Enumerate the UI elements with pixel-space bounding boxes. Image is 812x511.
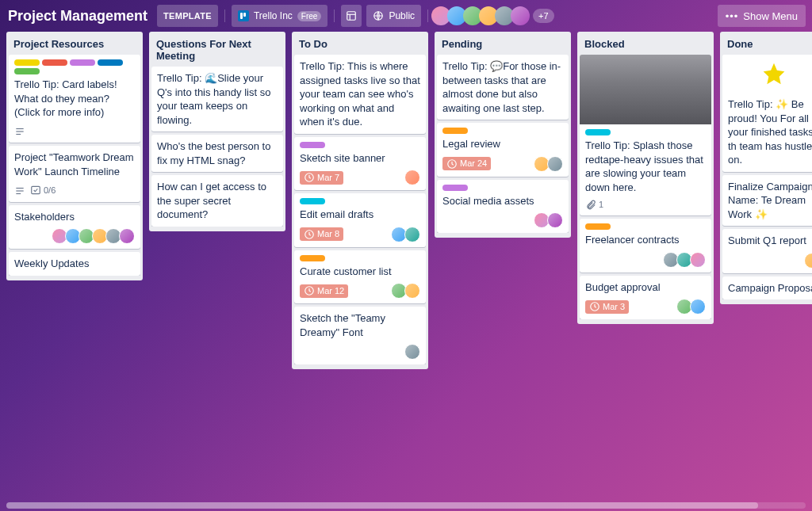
avatar[interactable] <box>547 212 563 228</box>
card-labels[interactable] <box>300 255 420 261</box>
label-orange[interactable] <box>442 128 468 134</box>
card-members <box>393 227 420 242</box>
avatar[interactable] <box>404 227 420 242</box>
avatar-overflow[interactable]: +7 <box>533 9 554 23</box>
list[interactable]: Project ResourcesTrello Tip: Card labels… <box>6 32 143 280</box>
card[interactable]: How can I get access to the super secret… <box>151 175 283 227</box>
clock-icon <box>304 285 315 296</box>
card[interactable]: Project "Teamwork Dream Work" Launch Tim… <box>9 146 140 202</box>
card[interactable]: Legal reviewMar 24 <box>437 123 569 177</box>
avatar[interactable] <box>690 252 706 268</box>
board-name[interactable]: Project Management <box>6 8 152 25</box>
card-title: Edit email drafts <box>300 208 420 222</box>
list[interactable]: BlockedTrello Tip: Splash those redtape-… <box>577 32 714 324</box>
list[interactable]: DoneTrello Tip: ✨ Be proud! You For all … <box>720 32 812 304</box>
card-title: Curate customer list <box>300 265 420 279</box>
board-members[interactable]: +7 <box>435 6 554 25</box>
due-date-badge[interactable]: Mar 12 <box>300 284 348 298</box>
list-title[interactable]: Questions For Next Meeting <box>151 35 283 67</box>
due-date-badge[interactable]: Mar 24 <box>442 157 491 170</box>
label-orange[interactable] <box>585 223 611 230</box>
card[interactable]: Edit email draftsMar 8 <box>294 193 426 247</box>
card[interactable]: Trello Tip: ✨ Be proud! You For all your… <box>722 55 812 172</box>
description-icon <box>14 124 25 139</box>
card[interactable]: Who's the best person to fix my HTML sna… <box>151 135 283 172</box>
avatar[interactable] <box>404 170 420 185</box>
card-title: Trello Tip: ✨ Be proud! You For all your… <box>728 97 812 167</box>
template-chip[interactable]: TEMPLATE <box>157 5 218 27</box>
due-date-badge[interactable]: Mar 3 <box>585 300 629 314</box>
card-members <box>665 252 706 268</box>
card[interactable]: Sketch the "Teamy Dreamy" Font <box>294 307 426 364</box>
card-badges: Mar 3 <box>585 299 706 315</box>
card-labels[interactable] <box>442 128 563 134</box>
visibility-label: Public <box>389 10 415 21</box>
label-green[interactable] <box>14 68 40 74</box>
card-title: Sketch the "Teamy Dreamy" Font <box>300 311 420 339</box>
workspace-chip[interactable]: Trello Inc Free <box>232 5 327 27</box>
card[interactable]: Trello Tip: Card labels! What do they me… <box>9 55 140 143</box>
card[interactable]: Trello Tip: This is where assigned tasks… <box>294 55 426 134</box>
card-cover-image <box>722 55 812 93</box>
card[interactable]: Stakeholders <box>9 205 140 250</box>
card-title: Stakeholders <box>14 210 135 224</box>
avatar[interactable] <box>804 253 812 269</box>
label-purple[interactable] <box>300 142 325 148</box>
card[interactable]: Curate customer listMar 12 <box>294 250 426 304</box>
list[interactable]: Questions For Next MeetingTrello Tip: 🌊S… <box>149 32 285 231</box>
card-title: Project "Teamwork Dream Work" Launch Tim… <box>14 151 135 178</box>
card[interactable]: Sketch site bannerMar 7 <box>294 137 426 191</box>
list[interactable]: PendingTrello Tip: 💬For those in-between… <box>435 32 571 238</box>
label-teal[interactable] <box>585 129 611 135</box>
visibility-chip[interactable]: Public <box>366 5 421 27</box>
list[interactable]: To DoTrello Tip: This is where assigned … <box>292 32 428 369</box>
card[interactable]: Weekly Updates <box>9 252 140 276</box>
avatar[interactable] <box>404 283 420 299</box>
card-labels[interactable] <box>442 185 563 191</box>
card-badges: Mar 8 <box>300 227 420 242</box>
card-title: Trello Tip: Card labels! What do they me… <box>14 78 135 120</box>
list-title[interactable]: Done <box>722 35 812 55</box>
label-yellow[interactable] <box>14 59 40 66</box>
list-title[interactable]: To Do <box>294 35 426 55</box>
card[interactable]: Freelancer contracts <box>580 219 711 273</box>
separator <box>334 10 335 22</box>
card-labels[interactable] <box>585 129 706 135</box>
due-date-badge[interactable]: Mar 7 <box>300 171 343 185</box>
label-orange[interactable] <box>300 255 325 261</box>
card[interactable]: Social media assets <box>437 180 569 234</box>
label-teal[interactable] <box>300 198 325 204</box>
list-title[interactable]: Pending <box>437 35 569 55</box>
card-labels[interactable] <box>14 59 135 74</box>
card[interactable]: Trello Tip: 🌊Slide your Q's into this ha… <box>151 67 283 132</box>
card-labels[interactable] <box>300 198 420 204</box>
card[interactable]: Budget approvalMar 3 <box>580 276 711 320</box>
card[interactable]: Submit Q1 report <box>722 229 812 273</box>
board-views-button[interactable] <box>341 5 362 27</box>
list-title[interactable]: Blocked <box>580 35 711 55</box>
label-purple[interactable] <box>442 185 468 191</box>
list-title[interactable]: Project Resources <box>9 35 140 55</box>
board-canvas[interactable]: Project ResourcesTrello Tip: Card labels… <box>0 32 812 501</box>
card[interactable]: Finalize Campaign Name: Te Dream Work ✨ <box>722 175 812 227</box>
avatar[interactable] <box>404 344 420 360</box>
show-menu-button[interactable]: ••• Show Menu <box>718 5 806 27</box>
card-members <box>806 253 812 269</box>
label-red[interactable] <box>42 59 67 66</box>
label-blue[interactable] <box>98 59 123 66</box>
horizontal-scrollbar[interactable] <box>6 502 806 509</box>
ellipsis-icon: ••• <box>726 10 739 22</box>
avatar[interactable] <box>511 6 530 25</box>
card-members <box>407 344 420 360</box>
card-labels[interactable] <box>300 142 420 148</box>
card-members <box>536 156 563 172</box>
card[interactable]: Campaign Proposal <box>722 276 812 300</box>
avatar[interactable] <box>690 299 706 315</box>
avatar[interactable] <box>547 156 563 172</box>
card[interactable]: Trello Tip: Splash those redtape-heavy i… <box>580 55 711 215</box>
due-date-badge[interactable]: Mar 8 <box>300 227 343 241</box>
avatar[interactable] <box>119 228 135 244</box>
label-purple[interactable] <box>70 59 95 66</box>
card-labels[interactable] <box>585 223 706 230</box>
card[interactable]: Trello Tip: 💬For those in-between tasks … <box>437 55 569 120</box>
